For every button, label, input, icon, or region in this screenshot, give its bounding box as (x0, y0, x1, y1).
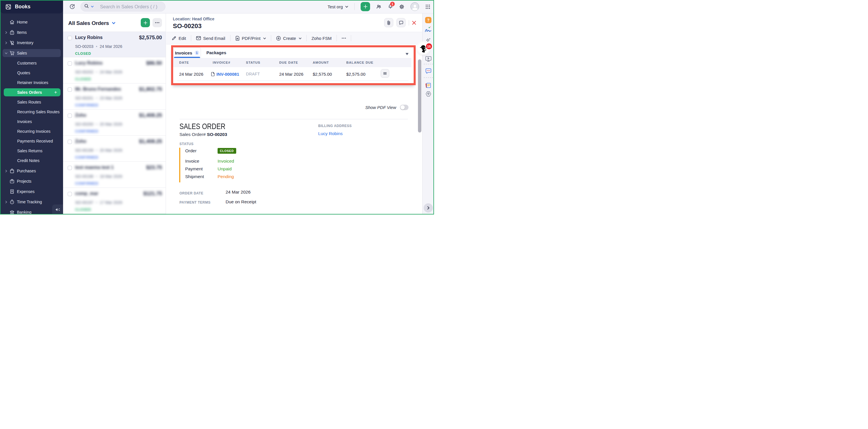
documents-stack-icon (425, 82, 432, 89)
pdf-file-icon (235, 36, 240, 41)
sidebar-item-label: Items (17, 30, 27, 35)
order-customer: Lucy Robins (75, 35, 103, 40)
invoice-row-menu-button[interactable] (381, 69, 389, 78)
order-row[interactable]: comp_mar $121.75 SO-0019717 Mar 2026 CLO… (63, 188, 166, 214)
show-pdf-toggle[interactable] (400, 105, 408, 110)
gear-icon (399, 4, 404, 9)
row-checkbox[interactable] (68, 36, 72, 40)
invoice-row[interactable]: 24 Mar 2026 INV-000081 DRAFT 24 Mar 2026… (173, 67, 411, 81)
tab-invoices[interactable]: Invoices 1 (173, 47, 201, 58)
order-meta: SO-0020324 Mar 2026 (75, 44, 122, 49)
toolbar-more-button[interactable] (337, 32, 351, 44)
invoice-number-text: INV-000081 (216, 72, 239, 76)
edit-button[interactable]: Edit (172, 32, 191, 44)
sidebar-item-sales[interactable]: Sales (0, 48, 63, 58)
org-switcher[interactable]: Test org (328, 4, 348, 9)
list-more-button[interactable] (153, 18, 162, 27)
order-row[interactable]: Lucy Robins $86.50 SO-0020224 Mar 2026 C… (63, 57, 166, 84)
expenses-icon (9, 189, 14, 194)
sidebar-item-retainer-invoices[interactable]: Retainer Invoices (0, 78, 63, 88)
sidebar-collapse-button[interactable] (52, 205, 63, 214)
sidebar-item-expenses[interactable]: Expenses (0, 186, 63, 197)
sidebar-item-items[interactable]: Items (0, 27, 63, 37)
assistant-avatar[interactable]: 15 (417, 42, 429, 54)
sidebar-item-label: Sales (17, 51, 27, 55)
dot-separator (96, 71, 97, 72)
video-tutorials-button[interactable] (425, 56, 432, 62)
search-bar[interactable] (81, 2, 165, 11)
order-row[interactable]: Mr. Bruno Fernandes $1,802.75 SO-0020123… (63, 84, 166, 110)
sidebar-item-label: Inventory (17, 40, 34, 45)
sidebar-item-credit-notes[interactable]: Credit Notes (0, 156, 63, 165)
recent-history-icon[interactable] (69, 3, 75, 10)
notifications-button[interactable]: 1 (388, 4, 393, 9)
sidebar-item-payments-received[interactable]: Payments Received (0, 136, 63, 146)
settings-button[interactable] (399, 4, 404, 9)
zia-assistant-button[interactable] (425, 26, 432, 33)
row-checkbox[interactable] (68, 140, 72, 144)
order-customer: Zoho (75, 113, 86, 118)
sidebar-item-purchases[interactable]: Purchases (0, 166, 63, 176)
col-header-date: DATE (179, 58, 189, 67)
zoho-fsm-button[interactable]: Zoho FSM (307, 32, 337, 44)
invoice-amount: $2,575.00 (313, 67, 332, 81)
comments-button[interactable] (397, 18, 406, 27)
new-sales-order-button[interactable] (141, 18, 150, 27)
invoice-number-link[interactable]: INV-000081 (211, 67, 239, 81)
documents-button[interactable] (425, 82, 432, 89)
sidebar-item-invoices[interactable]: Invoices (0, 117, 63, 126)
expand-panel-button[interactable] (424, 203, 433, 213)
global-add-button[interactable] (361, 2, 370, 11)
collapse-section-caret-icon[interactable] (405, 51, 409, 57)
add-sales-order-plus-icon[interactable]: + (54, 89, 57, 95)
row-checkbox[interactable] (68, 192, 72, 196)
show-pdf-row: Show PDF View (365, 105, 408, 110)
users-button[interactable] (376, 4, 381, 9)
row-checkbox[interactable] (68, 88, 72, 92)
sales-cart-icon (9, 51, 14, 56)
smart-suggest-button[interactable] (425, 37, 431, 43)
row-checkbox[interactable] (68, 114, 72, 118)
row-checkbox[interactable] (68, 166, 72, 170)
app-logo[interactable]: Books (0, 0, 63, 13)
billing-address-link[interactable]: Lucy Robins (318, 131, 343, 136)
sidebar-item-recurring-invoices[interactable]: Recurring Invoices (0, 126, 63, 136)
tab-packages[interactable]: Packages (203, 47, 230, 58)
order-number: SO-00203 (75, 44, 93, 49)
invoice-balance-due: $2,575.00 (346, 67, 366, 81)
sidebar-item-customers[interactable]: Customers (0, 58, 63, 68)
sidebar-item-projects[interactable]: Projects (0, 176, 63, 186)
list-filter-dropdown[interactable]: All Sales Orders (68, 20, 116, 26)
sidebar-item-inventory[interactable]: Inventory (0, 37, 63, 48)
plus-circle-icon (276, 36, 281, 41)
sidebar-item-sales-returns[interactable]: Sales Returns (0, 146, 63, 156)
sidebar-item-label: Projects (17, 179, 32, 184)
sidebar-item-quotes[interactable]: Quotes (0, 68, 63, 78)
order-row[interactable]: Lucy Robins $2,575.00 SO-0020324 Mar 202… (63, 32, 166, 57)
ellipsis-icon (155, 22, 159, 23)
help-button[interactable]: ? (425, 17, 431, 23)
apps-grid-button[interactable] (425, 4, 431, 9)
order-row[interactable]: test maema test 1 $23.75 SO-0019818 Mar … (63, 162, 166, 188)
attachments-button[interactable] (384, 18, 393, 27)
create-button[interactable]: Create (271, 32, 306, 44)
order-meta: SO-0019818 Mar 2026 (75, 174, 122, 179)
sidebar-item-home[interactable]: Home (0, 17, 63, 27)
row-checkbox[interactable] (68, 61, 72, 66)
feedback-chat-button[interactable] (425, 68, 432, 74)
close-detail-button[interactable] (412, 21, 416, 25)
detail-scrollbar-thumb[interactable] (418, 59, 422, 132)
sidebar-item-sales-routes[interactable]: Sales Routes (0, 97, 63, 107)
zoho-fsm-label: Zoho FSM (312, 36, 332, 41)
pdf-print-button[interactable]: PDF/Print (230, 32, 271, 44)
order-row[interactable]: Zoho $1,408.25 SO-0019920 Mar 2026 CONFI… (63, 135, 166, 162)
search-input[interactable] (100, 4, 163, 9)
user-avatar[interactable] (410, 2, 419, 11)
monitor-play-icon (425, 56, 432, 62)
order-row[interactable]: Zoho $1,408.25 SO-0020020 Mar 2026 CONFI… (63, 110, 166, 135)
sidebar-item-sales-orders[interactable]: Sales Orders + (0, 88, 63, 97)
search-scope-chevron-icon[interactable] (91, 4, 94, 9)
sidebar-item-recurring-sales-routes[interactable]: Recurring Sales Routes (0, 107, 63, 117)
send-email-button[interactable]: Send Email (191, 32, 230, 44)
integrations-button[interactable] (425, 91, 432, 97)
